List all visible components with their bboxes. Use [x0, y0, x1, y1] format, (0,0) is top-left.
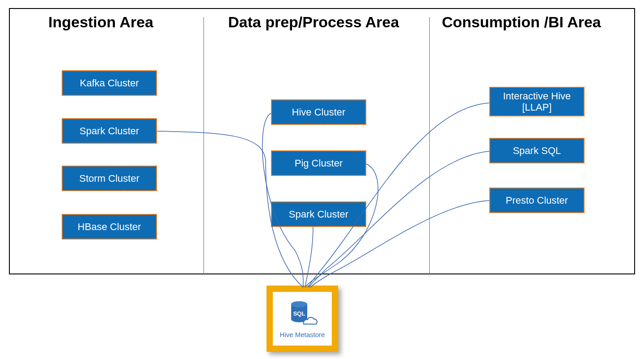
divider-2: [429, 17, 430, 274]
area-title-ingestion: Ingestion Area: [48, 13, 153, 31]
svg-text:SQL: SQL: [293, 310, 305, 317]
hive-metastore-box: SQL Hive Metastore: [267, 286, 338, 352]
area-title-process: Data prep/Process Area: [228, 13, 399, 31]
sql-database-icon: SQL: [287, 299, 318, 329]
node-pig-cluster: Pig Cluster: [271, 150, 366, 176]
node-hbase-cluster: HBase Cluster: [62, 214, 157, 239]
divider-1: [203, 17, 204, 274]
node-hive-cluster: Hive Cluster: [271, 99, 366, 125]
node-spark-sql: Spark SQL: [489, 138, 585, 163]
node-spark-cluster-ingestion: Spark Cluster: [62, 118, 157, 144]
node-interactive-hive-llap: Interactive Hive [LLAP]: [489, 87, 585, 116]
diagram-canvas: Ingestion Area Data prep/Process Area Co…: [0, 0, 644, 359]
node-spark-cluster-process: Spark Cluster: [271, 201, 366, 227]
node-kafka-cluster: Kafka Cluster: [62, 70, 157, 96]
node-presto-cluster: Presto Cluster: [489, 188, 585, 213]
node-storm-cluster: Storm Cluster: [62, 166, 157, 191]
area-title-consume: Consumption /BI Area: [442, 13, 601, 31]
hive-metastore-label: Hive Metastore: [280, 331, 325, 338]
svg-point-1: [291, 301, 307, 308]
